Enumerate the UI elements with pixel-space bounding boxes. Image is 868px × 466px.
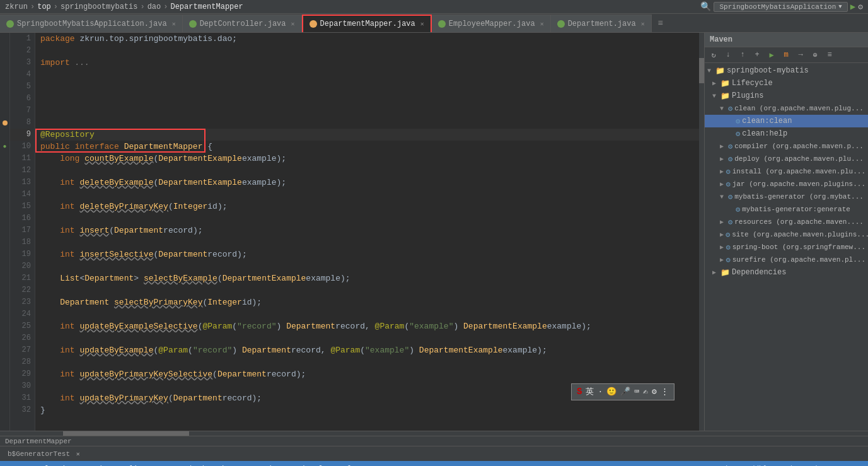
- ln-4: 4: [10, 69, 31, 81]
- gutter-line-6: [0, 93, 9, 105]
- maven-collapse-button[interactable]: ↓: [722, 49, 734, 61]
- tab-label-department: Department.java: [568, 20, 636, 28]
- ime-mic-icon[interactable]: 🎤: [620, 386, 630, 398]
- ime-handwrite-icon[interactable]: ✍: [643, 386, 648, 398]
- maven-title: Maven: [710, 35, 732, 44]
- ime-settings-icon[interactable]: ⚙: [652, 386, 657, 398]
- gutter-line-15: [0, 201, 9, 213]
- maven-m-button[interactable]: m: [780, 49, 792, 61]
- ln-12: 12: [10, 165, 31, 177]
- ln-6: 6: [10, 93, 31, 105]
- tab-springbootmybatisapplication[interactable]: SpringbootMybatisApplication.java ✕: [0, 15, 183, 32]
- tree-arrow-gen-generate: [727, 206, 734, 213]
- maven-tree-plugins[interactable]: ▼ 📁 Plugins: [705, 90, 868, 102]
- tab-department[interactable]: Department.java ✕: [551, 15, 652, 32]
- search-icon[interactable]: 🔍: [700, 1, 711, 12]
- ime-toolbar: S 英 · 🙂 🎤 ⌨ ✍ ⚙ ⋮: [571, 383, 674, 400]
- tree-label-root: springboot-mybatis: [727, 66, 809, 75]
- maven-tree-site[interactable]: ▶ ⚙ site (org.apache.maven.plugins...: [705, 228, 868, 241]
- tab-close-departmentmapper[interactable]: ✕: [420, 20, 424, 28]
- maven-tree-mybatis-gen-generate[interactable]: ⚙ mybatis-generator:generate: [705, 203, 868, 216]
- maven-menu-button[interactable]: ≡: [823, 49, 836, 61]
- tree-label-clean: clean (org.apache.maven.plug...: [734, 105, 864, 112]
- run-config-label: SpringbootMybatisApplication: [719, 3, 836, 11]
- tab-close-deptcontroller[interactable]: ✕: [291, 20, 295, 28]
- maven-tree-clean-clean[interactable]: ⚙ clean:clean: [705, 115, 868, 127]
- tab-close-springboot[interactable]: ✕: [172, 20, 176, 28]
- tree-icon-mybatis-gen: ⚙: [728, 192, 732, 202]
- scrollbar-thumb[interactable]: [699, 58, 704, 83]
- run-icon[interactable]: ▶: [850, 1, 855, 12]
- chevron-down-icon: ▼: [838, 4, 842, 10]
- maven-tree-jar[interactable]: ▶ ⚙ jar (org.apache.maven.plugins...: [705, 178, 868, 190]
- bottom-tab-generatortest[interactable]: b$GeneratorTest ✕: [3, 449, 85, 459]
- maven-tree-deploy[interactable]: ▶ ⚙ deploy (org.apache.maven.plu...: [705, 153, 868, 165]
- tab-icon-employeemapper: [438, 20, 446, 28]
- maven-tree-mybatis-gen[interactable]: ▼ ⚙ mybatis-generator (org.mybat...: [705, 190, 868, 203]
- code-line-11: long countByExample(DepartmentExample ex…: [40, 153, 699, 165]
- code-area[interactable]: package zkrun.top.springbootmybatis.dao;…: [35, 33, 699, 431]
- tree-icon-deploy: ⚙: [728, 154, 732, 164]
- gutter-line-32: [0, 404, 9, 416]
- breadcrumb-dao[interactable]: dao: [148, 3, 161, 11]
- gutter-line-4: [0, 69, 9, 81]
- maven-arrow-button[interactable]: →: [794, 49, 807, 61]
- tab-deptcontroller[interactable]: DeptController.java ✕: [183, 15, 302, 32]
- maven-add-button[interactable]: +: [751, 49, 763, 61]
- breadcrumb-zkrun[interactable]: zkrun: [5, 3, 28, 11]
- tree-icon-root: 📁: [715, 66, 725, 76]
- scrollbar-thumb-h[interactable]: [63, 431, 189, 436]
- tree-icon-install: ⚙: [726, 167, 731, 177]
- footer-filename: DepartmentMapper: [5, 438, 72, 445]
- tab-label-employeemapper: EmployeeMapper.java: [449, 20, 535, 28]
- ime-emoji-icon[interactable]: 🙂: [606, 386, 616, 398]
- run-config-dropdown[interactable]: SpringbootMybatisApplication ▼: [714, 2, 847, 12]
- maven-run-button[interactable]: ▶: [765, 49, 778, 61]
- gutter-run-10[interactable]: ●: [0, 141, 9, 153]
- maven-tree-surefire[interactable]: ▶ ⚙ surefire (org.apache.maven.pl...: [705, 253, 868, 266]
- tree-label-clean-help: clean:help: [742, 129, 787, 138]
- settings-icon[interactable]: ⚙: [858, 2, 863, 12]
- tab-departmentmapper[interactable]: DepartmentMapper.java ✕: [302, 15, 432, 32]
- tab-icon-deptcontroller: [189, 20, 197, 28]
- breadcrumb-springbootmybatis[interactable]: springbootmybatis: [61, 3, 137, 11]
- maven-refresh-button[interactable]: ↻: [707, 49, 720, 61]
- maven-tree-lifecycle[interactable]: ▶ 📁 Lifecycle: [705, 77, 868, 90]
- code-line-26: [40, 332, 699, 344]
- breadcrumb-departmentmapper[interactable]: DepartmentMapper: [170, 3, 243, 11]
- maven-tree-resources[interactable]: ▶ ⚙ resources (org.apache.maven....: [705, 216, 868, 228]
- maven-expand-button[interactable]: ↑: [736, 49, 749, 61]
- gutter-line-2: [0, 45, 9, 57]
- maven-tree-clean-help[interactable]: ⚙ clean:help: [705, 127, 868, 140]
- tree-icon-plugins: 📁: [720, 91, 730, 101]
- tab-overflow-button[interactable]: ≡: [653, 15, 668, 32]
- gutter-line-16: [0, 213, 9, 224]
- tree-arrow-dependencies: ▶: [712, 269, 719, 276]
- maven-tree-compiler[interactable]: ▶ ⚙ compiler (org.apache.maven.p...: [705, 140, 868, 153]
- tree-icon-dependencies: 📁: [720, 268, 730, 277]
- tab-close-department[interactable]: ✕: [641, 20, 645, 28]
- tab-close-employeemapper[interactable]: ✕: [540, 20, 544, 28]
- horizontal-scrollbar[interactable]: [0, 431, 868, 436]
- tab-employeemapper[interactable]: EmployeeMapper.java ✕: [432, 15, 551, 32]
- code-line-7: [40, 105, 699, 117]
- maven-tree-dependencies[interactable]: ▶ 📁 Dependencies: [705, 266, 868, 279]
- code-line-5: [40, 81, 699, 93]
- tree-icon-gen-generate: ⚙: [736, 205, 740, 214]
- code-line-4: [40, 69, 699, 81]
- maven-tree-springboot[interactable]: ▶ ⚙ spring-boot (org.springframew...: [705, 241, 868, 253]
- maven-tree-install[interactable]: ▶ ⚙ install (org.apache.maven.plu...: [705, 165, 868, 178]
- editor-scrollbar[interactable]: [699, 33, 704, 431]
- maven-plus-circle-button[interactable]: ⊕: [809, 49, 821, 61]
- ime-keyboard-icon[interactable]: ⌨: [634, 386, 639, 398]
- gutter-line-31: [0, 392, 9, 404]
- code-line-28: [40, 356, 699, 368]
- bottom-tab-close[interactable]: ✕: [76, 451, 80, 458]
- breadcrumb-top[interactable]: top: [37, 3, 51, 11]
- ime-more-icon[interactable]: ⋮: [661, 386, 669, 398]
- maven-tree-clean-plugin[interactable]: ▼ ⚙ clean (org.apache.maven.plug...: [705, 102, 868, 115]
- top-bar-right: 🔍 SpringbootMybatisApplication ▼ ▶ ⚙: [700, 1, 863, 12]
- code-line-12: [40, 165, 699, 177]
- tree-arrow-install: ▶: [720, 168, 724, 175]
- maven-tree-root[interactable]: ▼ 📁 springboot-mybatis: [705, 64, 868, 77]
